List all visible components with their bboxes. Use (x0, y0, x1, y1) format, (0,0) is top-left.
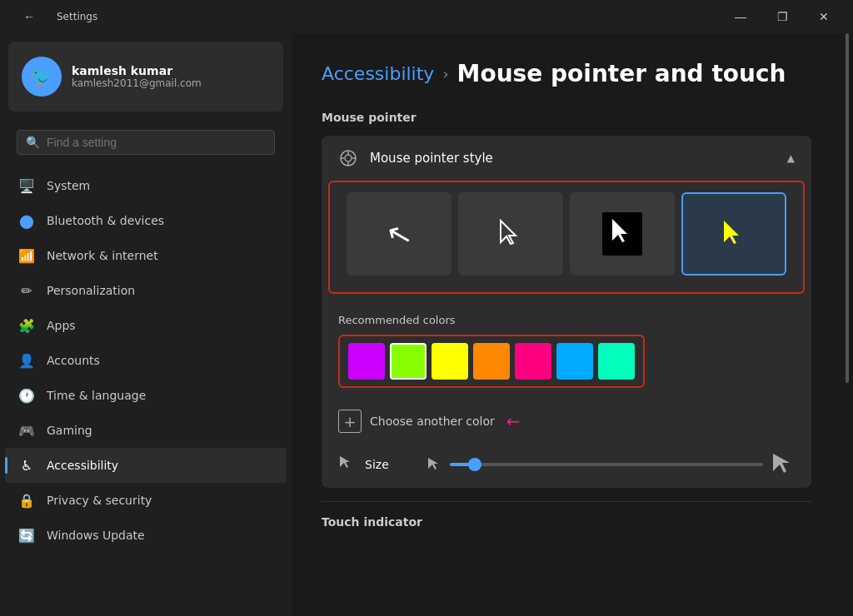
pointer-option-inverted[interactable] (570, 192, 675, 276)
color-teal[interactable] (598, 343, 635, 380)
pointer-grid: ↖ (347, 192, 786, 276)
window-title: Settings (57, 11, 97, 22)
pointer-option-white[interactable]: ↖ (347, 192, 451, 276)
cursor-white-icon: ↖ (382, 214, 416, 253)
sidebar-item-accessibility[interactable]: ♿ Accessibility (5, 448, 287, 483)
sidebar-item-bluetooth[interactable]: ⬤ Bluetooth & devices (5, 203, 287, 238)
svg-marker-10 (428, 458, 438, 469)
pointer-options-grid: ↖ (328, 181, 805, 294)
window-controls: — ❐ ✕ (721, 3, 843, 30)
card-header-left: Mouse pointer style (338, 149, 493, 167)
pointer-option-custom[interactable] (681, 192, 786, 276)
titlebar: ← Settings — ❐ ✕ (0, 0, 853, 33)
color-purple[interactable] (348, 343, 385, 380)
scrollbar-track[interactable] (841, 33, 853, 616)
color-swatches (338, 335, 645, 388)
nav-label-gaming: Gaming (47, 424, 92, 437)
svg-marker-7 (612, 219, 627, 242)
content-area: Accessibility › Mouse pointer and touch … (292, 33, 841, 616)
sidebar-item-time[interactable]: 🕐 Time & language (5, 378, 287, 413)
color-orange[interactable] (473, 343, 510, 380)
pointer-style-icon (338, 149, 358, 167)
user-email: kamlesh2011@gmail.com (72, 77, 202, 89)
privacy-icon: 🔒 (18, 492, 35, 509)
size-label: Size (365, 458, 415, 471)
back-button[interactable]: ← (10, 3, 48, 30)
choose-color-row[interactable]: + Choose another color ← (322, 401, 811, 441)
cursor-inverted-svg (607, 217, 637, 247)
maximize-button[interactable]: ❐ (763, 3, 801, 30)
plus-icon: + (338, 410, 362, 433)
sidebar-item-personalization[interactable]: ✏️ Personalization (5, 273, 287, 308)
personalization-icon: ✏️ (18, 282, 35, 299)
pointer-style-title: Mouse pointer style (370, 151, 493, 166)
arrow-right-icon: ← (506, 411, 521, 431)
nav-label-personalization: Personalization (47, 284, 135, 297)
search-input[interactable] (47, 136, 266, 149)
color-yellow[interactable] (431, 343, 468, 380)
breadcrumb-separator: › (442, 65, 448, 82)
cursor-outline-svg (496, 219, 526, 249)
cursor-large-icon (771, 453, 795, 476)
sidebar-item-privacy[interactable]: 🔒 Privacy & security (5, 483, 287, 518)
sidebar-item-accounts[interactable]: 👤 Accounts (5, 343, 287, 378)
apps-icon: 🧩 (18, 317, 35, 334)
breadcrumb-current: Mouse pointer and touch (457, 60, 786, 87)
app-body: 🐦 kamlesh kumar kamlesh2011@gmail.com 🔍 … (0, 33, 853, 616)
touch-section-title: Touch indicator (322, 501, 811, 532)
accessibility-icon: ♿ (18, 457, 35, 474)
nav-label-accessibility: Accessibility (47, 459, 118, 472)
scrollbar-thumb[interactable] (846, 33, 849, 383)
nav-label-apps: Apps (47, 319, 76, 332)
time-icon: 🕐 (18, 387, 35, 404)
chevron-up-icon: ▲ (787, 152, 795, 164)
pointer-style-card: Mouse pointer style ▲ ↖ (322, 136, 811, 488)
color-pink[interactable] (515, 343, 551, 380)
titlebar-left: ← Settings (10, 3, 97, 30)
system-icon: 🖥️ (18, 177, 35, 194)
choose-color-label: Choose another color (370, 415, 495, 428)
gaming-icon: 🎮 (18, 422, 35, 439)
size-slider-track (450, 463, 763, 466)
nav-item[interactable]: 🖥️ System (5, 168, 287, 203)
nav-label-system: System (47, 179, 90, 192)
nav-label-accounts: Accounts (47, 354, 100, 367)
cursor-small-icon (426, 457, 441, 472)
search-icon: 🔍 (26, 136, 40, 149)
mouse-pointer-section-title: Mouse pointer (322, 111, 811, 124)
color-cyan[interactable] (556, 343, 593, 380)
sidebar-item-gaming[interactable]: 🎮 Gaming (5, 413, 287, 448)
avatar: 🐦 (22, 57, 62, 97)
inverted-bg (602, 212, 642, 256)
sidebar-item-windows-update[interactable]: 🔄 Windows Update (5, 518, 287, 553)
svg-marker-11 (773, 454, 790, 473)
pointer-option-outline[interactable] (458, 192, 563, 276)
breadcrumb: Accessibility › Mouse pointer and touch (322, 60, 811, 87)
size-slider-thumb[interactable] (468, 458, 481, 471)
sidebar-item-apps[interactable]: 🧩 Apps (5, 308, 287, 343)
user-name: kamlesh kumar (72, 64, 202, 77)
colors-section: Recommended colors (322, 304, 811, 401)
search-container: 🔍 (7, 123, 285, 161)
pointer-style-header[interactable]: Mouse pointer style ▲ (322, 136, 811, 181)
update-icon: 🔄 (18, 527, 35, 544)
sidebar: 🐦 kamlesh kumar kamlesh2011@gmail.com 🔍 … (0, 33, 292, 616)
svg-marker-6 (501, 221, 516, 244)
nav-label-network: Network & internet (47, 249, 158, 262)
nav-label-privacy: Privacy & security (47, 494, 152, 507)
slider-container (426, 453, 795, 476)
sidebar-item-network[interactable]: 📶 Network & internet (5, 238, 287, 273)
size-row: Size (322, 441, 811, 488)
user-info: kamlesh kumar kamlesh2011@gmail.com (72, 64, 202, 89)
size-small-cursor-icon (338, 455, 353, 474)
nav-label-bluetooth: Bluetooth & devices (47, 214, 164, 227)
close-button[interactable]: ✕ (805, 3, 843, 30)
svg-marker-9 (340, 456, 350, 468)
search-box[interactable]: 🔍 (17, 130, 275, 155)
breadcrumb-parent[interactable]: Accessibility (322, 63, 434, 84)
color-green[interactable] (390, 343, 426, 380)
minimize-button[interactable]: — (721, 3, 760, 30)
svg-marker-8 (724, 221, 739, 244)
network-icon: 📶 (18, 247, 35, 264)
user-profile[interactable]: 🐦 kamlesh kumar kamlesh2011@gmail.com (8, 42, 283, 112)
